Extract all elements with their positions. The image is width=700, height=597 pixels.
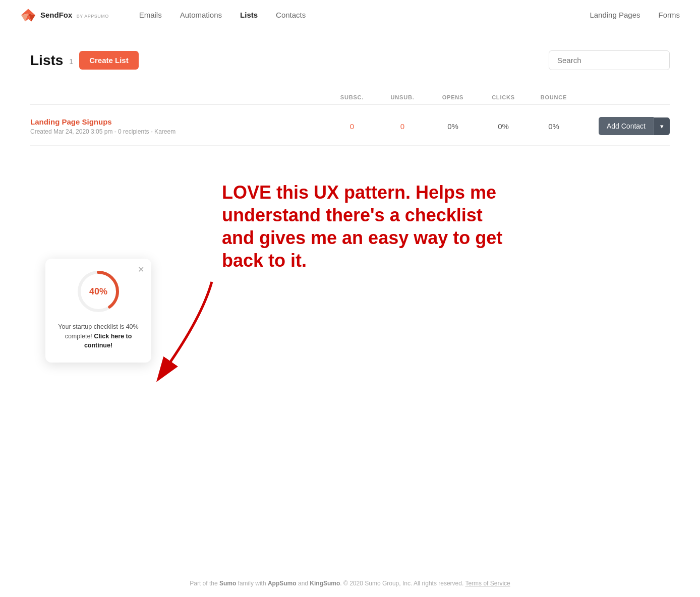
logo-icon (20, 8, 36, 22)
add-contact-button[interactable]: Add Contact (599, 117, 654, 135)
table-header: SUBSC. UNSUB. OPENS CLICKS BOUNCE (30, 90, 670, 105)
col-bounce: BOUNCE (529, 94, 579, 100)
nav-lists[interactable]: Lists (240, 11, 258, 19)
list-name[interactable]: Landing Page Signups (30, 117, 327, 126)
nav-emails[interactable]: Emails (139, 11, 162, 19)
col-name (30, 94, 327, 100)
progress-label: 40% (89, 286, 107, 296)
cell-subsc: 0 (327, 122, 377, 131)
create-list-button[interactable]: Create List (79, 51, 139, 70)
nav-contacts[interactable]: Contacts (276, 11, 306, 19)
col-subsc: SUBSC. (327, 94, 377, 100)
nav-landing-pages[interactable]: Landing Pages (590, 11, 640, 19)
search-area (549, 50, 670, 70)
col-actions (579, 94, 670, 100)
page-header-left: Lists 1 Create List (30, 51, 139, 70)
search-input[interactable] (549, 50, 670, 70)
progress-circle-wrap: 40% (53, 269, 143, 314)
col-opens: OPENS (428, 94, 478, 100)
main-content: Lists 1 Create List SUBSC. UNSUB. OPENS … (0, 30, 700, 388)
footer: Part of the Sumo family with AppSumo and… (0, 580, 700, 587)
cell-unsub: 0 (377, 122, 428, 131)
navbar: SendFox by AppSumo Emails Automations Li… (0, 0, 700, 30)
lists-table: SUBSC. UNSUB. OPENS CLICKS BOUNCE Landin… (30, 90, 670, 146)
nav-links-right: Landing Pages Forms (590, 11, 680, 19)
page-count-badge: 1 (69, 57, 73, 66)
col-unsub: UNSUB. (377, 94, 428, 100)
add-contact-dropdown-button[interactable]: ▾ (654, 117, 670, 135)
logo[interactable]: SendFox by AppSumo (20, 8, 109, 22)
page-header: Lists 1 Create List (30, 50, 670, 70)
table-row: Landing Page Signups Created Mar 24, 202… (30, 107, 670, 146)
nav-forms[interactable]: Forms (659, 11, 680, 19)
nav-automations[interactable]: Automations (180, 11, 222, 19)
logo-text: SendFox by AppSumo (40, 11, 109, 20)
page-title: Lists (30, 52, 63, 69)
list-meta: Created Mar 24, 2020 3:05 pm - 0 recipie… (30, 128, 327, 135)
cell-clicks: 0% (478, 122, 529, 131)
cell-bounce: 0% (529, 122, 579, 131)
checklist-popup: ✕ 40% Your startup checklist is 40% comp… (45, 259, 151, 363)
cell-opens: 0% (428, 122, 478, 131)
nav-links: Emails Automations Lists Contacts (139, 11, 590, 19)
progress-circle: 40% (76, 269, 121, 314)
annotation-text: LOVE this UX pattern. Helps me understan… (222, 181, 514, 272)
col-clicks: CLICKS (478, 94, 529, 100)
popup-text: Your startup checklist is 40% complete! … (53, 322, 143, 350)
footer-text: Part of the Sumo family with AppSumo and… (190, 580, 510, 587)
footer-tos-link[interactable]: Terms of Service (465, 580, 510, 587)
list-info: Landing Page Signups Created Mar 24, 202… (30, 117, 327, 135)
popup-close-button[interactable]: ✕ (138, 265, 144, 274)
annotation-area: LOVE this UX pattern. Helps me understan… (30, 166, 670, 368)
add-contact-group: Add Contact ▾ (579, 117, 670, 135)
